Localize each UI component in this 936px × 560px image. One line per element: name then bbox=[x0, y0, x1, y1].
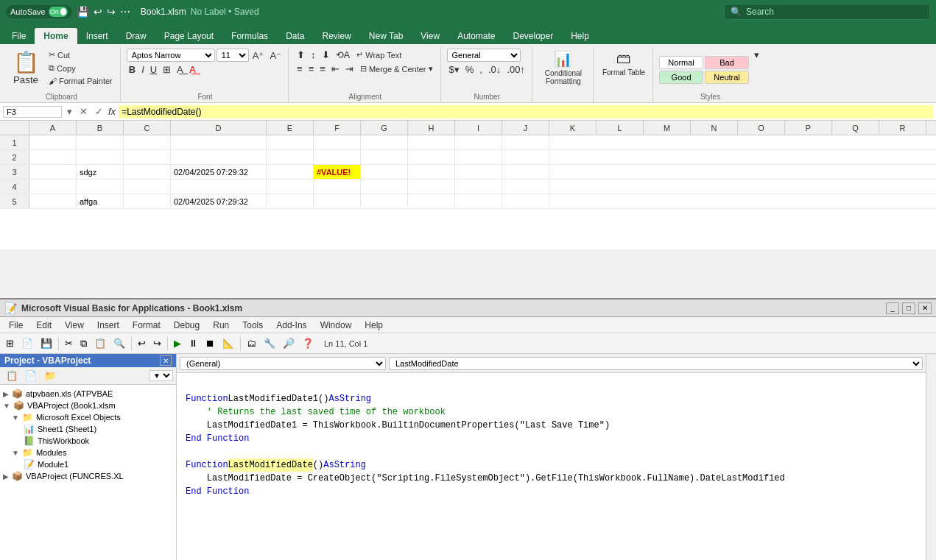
wrap-text-button[interactable]: ↵ Wrap Text bbox=[353, 49, 404, 61]
style-normal[interactable]: Normal bbox=[659, 56, 703, 69]
conditional-formatting-button[interactable]: 📊 Conditional Formatting bbox=[538, 49, 588, 87]
col-i[interactable]: I bbox=[455, 121, 502, 135]
bold-button[interactable]: B bbox=[127, 63, 138, 76]
cell-d1[interactable] bbox=[171, 135, 267, 149]
cut-button[interactable]: ✂ Cut bbox=[46, 49, 116, 61]
decrease-decimal-button[interactable]: .0↓ bbox=[486, 63, 503, 76]
percent-button[interactable]: % bbox=[463, 63, 476, 76]
tab-insert[interactable]: Insert bbox=[77, 28, 117, 44]
col-j[interactable]: J bbox=[502, 121, 549, 135]
cell-c1[interactable] bbox=[124, 135, 171, 149]
format-painter-button[interactable]: 🖌 Format Painter bbox=[46, 75, 116, 87]
cell-c5[interactable] bbox=[124, 194, 171, 208]
tab-new-tab[interactable]: New Tab bbox=[360, 28, 412, 44]
increase-decimal-button[interactable]: .00↑ bbox=[504, 63, 527, 76]
cell-i1[interactable] bbox=[455, 135, 502, 149]
col-f[interactable]: F bbox=[314, 121, 361, 135]
cell-b3[interactable]: sdgz bbox=[77, 165, 124, 179]
tab-draw[interactable]: Draw bbox=[117, 28, 155, 44]
styles-more-button[interactable]: ▾ bbox=[752, 49, 761, 61]
cell-j4[interactable] bbox=[502, 180, 549, 194]
align-bottom-button[interactable]: ⬇ bbox=[320, 49, 332, 61]
cell-e3[interactable] bbox=[267, 165, 314, 179]
cell-g5[interactable] bbox=[361, 194, 408, 208]
align-middle-button[interactable]: ↕ bbox=[309, 49, 318, 61]
cell-f3[interactable]: #VALUE! bbox=[314, 165, 361, 179]
tab-automate[interactable]: Automate bbox=[448, 28, 504, 44]
name-box[interactable] bbox=[3, 106, 62, 118]
more-icon[interactable]: ⋯ bbox=[120, 6, 130, 18]
col-h[interactable]: H bbox=[408, 121, 455, 135]
tab-home[interactable]: Home bbox=[35, 28, 77, 44]
cell-j1[interactable] bbox=[502, 135, 549, 149]
formula-cancel-btn[interactable]: ✕ bbox=[77, 105, 90, 118]
cell-j3[interactable] bbox=[502, 165, 549, 179]
cell-e2[interactable] bbox=[267, 150, 314, 164]
redo-icon[interactable]: ↪ bbox=[107, 6, 116, 18]
style-neutral[interactable]: Neutral bbox=[705, 71, 749, 84]
tab-developer[interactable]: Developer bbox=[504, 28, 563, 44]
row-header-1[interactable]: 1 bbox=[0, 135, 29, 149]
cell-g4[interactable] bbox=[361, 180, 408, 194]
style-bad[interactable]: Bad bbox=[705, 56, 749, 69]
row-header-5[interactable]: 5 bbox=[0, 194, 29, 208]
cell-a3[interactable] bbox=[29, 165, 77, 179]
tab-help[interactable]: Help bbox=[562, 28, 598, 44]
formula-expand-btn[interactable]: ▾ bbox=[65, 105, 74, 118]
cell-c3[interactable] bbox=[124, 165, 171, 179]
cell-i5[interactable] bbox=[455, 194, 502, 208]
cell-d4[interactable] bbox=[171, 180, 267, 194]
currency-button[interactable]: $▾ bbox=[447, 63, 462, 76]
cell-f1[interactable] bbox=[314, 135, 361, 149]
cell-b5[interactable]: affga bbox=[77, 194, 124, 208]
save-icon[interactable]: 💾 bbox=[77, 6, 89, 18]
col-a[interactable]: A bbox=[29, 121, 77, 135]
undo-icon[interactable]: ↩ bbox=[94, 6, 102, 18]
align-left-button[interactable]: ≡ bbox=[295, 63, 305, 75]
format-table-button[interactable]: 🗃 Format Table bbox=[599, 49, 648, 78]
col-o[interactable]: O bbox=[738, 121, 785, 135]
cell-j5[interactable] bbox=[502, 194, 549, 208]
col-m[interactable]: M bbox=[644, 121, 691, 135]
cell-g2[interactable] bbox=[361, 150, 408, 164]
text-direction-button[interactable]: ⟲A bbox=[334, 49, 353, 61]
tab-review[interactable]: Review bbox=[313, 28, 359, 44]
copy-button[interactable]: ⧉ Copy bbox=[46, 62, 116, 74]
col-q[interactable]: Q bbox=[832, 121, 879, 135]
cell-e4[interactable] bbox=[267, 180, 314, 194]
underline-button[interactable]: U bbox=[148, 63, 159, 76]
cell-i2[interactable] bbox=[455, 150, 502, 164]
row-header-2[interactable]: 2 bbox=[0, 150, 29, 164]
col-e[interactable]: E bbox=[267, 121, 314, 135]
align-top-button[interactable]: ⬆ bbox=[295, 49, 307, 61]
cell-a4[interactable] bbox=[29, 180, 77, 194]
cell-f4[interactable] bbox=[314, 180, 361, 194]
col-b[interactable]: B bbox=[77, 121, 124, 135]
col-n[interactable]: N bbox=[691, 121, 738, 135]
cell-h3[interactable] bbox=[408, 165, 455, 179]
cell-i3[interactable] bbox=[455, 165, 502, 179]
col-r[interactable]: R bbox=[879, 121, 926, 135]
cell-c2[interactable] bbox=[124, 150, 171, 164]
decrease-indent-button[interactable]: ⇤ bbox=[329, 63, 342, 75]
cell-d5[interactable]: 02/04/2025 07:29:32 bbox=[171, 194, 267, 208]
autosave-toggle[interactable]: AutoSave On bbox=[6, 5, 72, 18]
italic-button[interactable]: I bbox=[139, 63, 147, 76]
align-center-button[interactable]: ≡ bbox=[306, 63, 317, 75]
tab-formulas[interactable]: Formulas bbox=[222, 28, 277, 44]
font-name-select[interactable]: Aptos Narrow bbox=[127, 49, 215, 62]
col-d[interactable]: D bbox=[171, 121, 267, 135]
cell-h5[interactable] bbox=[408, 194, 455, 208]
col-l[interactable]: L bbox=[597, 121, 644, 135]
cell-j2[interactable] bbox=[502, 150, 549, 164]
formula-confirm-btn[interactable]: ✓ bbox=[93, 105, 105, 118]
align-right-button[interactable]: ≡ bbox=[317, 63, 328, 75]
cell-a5[interactable] bbox=[29, 194, 77, 208]
number-format-select[interactable]: General bbox=[447, 49, 521, 62]
col-k[interactable]: K bbox=[549, 121, 597, 135]
tab-page-layout[interactable]: Page Layout bbox=[155, 28, 222, 44]
cell-g1[interactable] bbox=[361, 135, 408, 149]
cell-f5[interactable] bbox=[314, 194, 361, 208]
col-c[interactable]: C bbox=[124, 121, 171, 135]
paste-button[interactable]: 📋 Paste bbox=[7, 49, 44, 87]
